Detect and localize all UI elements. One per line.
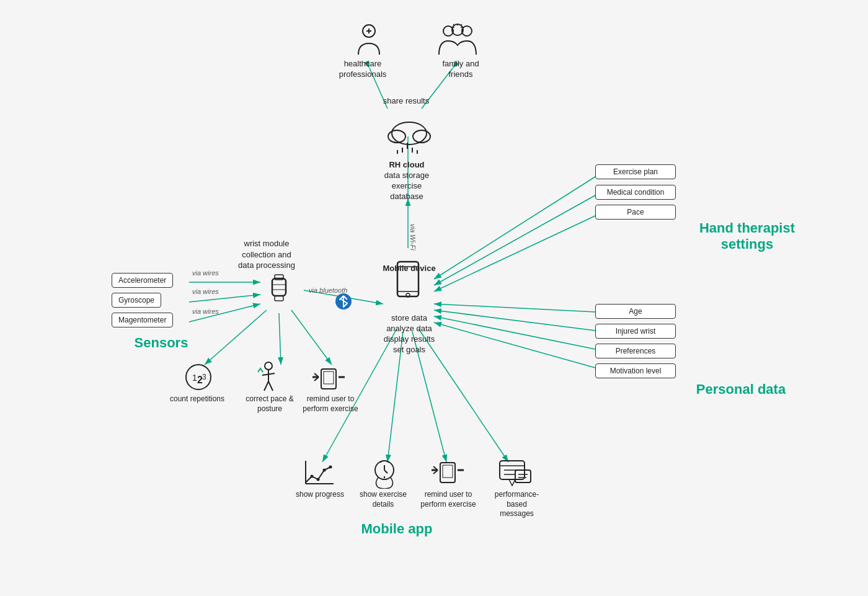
svg-rect-41 — [397, 150, 398, 154]
mobile-device-sublabel: store dataanalyze datadisplay resultsset… — [372, 313, 446, 355]
performance-msg-label: performance-basedmessages — [487, 490, 546, 519]
remind-mobile-label: remind user toperform exercise — [420, 490, 476, 509]
svg-line-3 — [189, 295, 260, 302]
exercise-details-icon — [366, 458, 403, 491]
exercise-details-label: show exercisedetails — [358, 490, 408, 509]
via-wires-1: via wires — [192, 269, 219, 277]
sensors-title: Sensors — [112, 335, 211, 351]
remind-mobile-icon — [429, 458, 466, 491]
remind-wrist-icon — [307, 360, 350, 396]
count-reps-icon: 1 2 3 — [174, 360, 223, 396]
svg-rect-47 — [272, 278, 286, 296]
pace-posture-icon — [247, 360, 290, 396]
svg-line-61 — [264, 381, 268, 391]
wrist-module-sublabel: collection anddata processing — [229, 250, 304, 271]
mobile-device-label: Mobile device — [372, 264, 446, 274]
svg-line-17 — [434, 177, 595, 279]
preferences-box: Preferences — [595, 344, 676, 358]
svg-marker-92 — [509, 479, 515, 486]
via-wires-3: via wires — [192, 308, 219, 315]
medical-condition-box: Medical condition — [595, 185, 676, 200]
svg-point-71 — [322, 469, 326, 472]
performance-msg-icon — [495, 458, 535, 491]
svg-line-22 — [434, 316, 595, 349]
injured-wrist-box: Injured wrist — [595, 324, 676, 339]
svg-line-62 — [268, 381, 273, 391]
svg-line-77 — [384, 470, 388, 473]
svg-point-58 — [265, 362, 272, 370]
healthcare-label: healthcare professionals — [335, 59, 391, 80]
svg-line-20 — [434, 304, 595, 312]
show-progress-label: show progress — [295, 490, 345, 500]
family-label: family and friends — [433, 59, 489, 80]
diagram-container: healthcare professionals family and frie… — [0, 0, 868, 596]
bluetooth-icon — [335, 293, 352, 313]
svg-line-19 — [434, 216, 595, 291]
svg-line-23 — [434, 322, 595, 368]
svg-rect-39 — [402, 148, 403, 153]
svg-rect-38 — [407, 143, 408, 149]
mobile-app-title: Mobile app — [335, 521, 459, 537]
rh-cloud-label: RH clouddata storageexercise database — [376, 160, 438, 202]
pace-posture-label: correct pace &posture — [242, 394, 298, 414]
svg-point-70 — [316, 478, 319, 481]
count-reps-label: count repetitions — [166, 394, 228, 404]
svg-line-12 — [291, 310, 332, 365]
wrist-module-icon — [260, 270, 298, 313]
svg-rect-93 — [515, 470, 531, 483]
age-box: Age — [595, 304, 676, 319]
svg-rect-64 — [324, 371, 334, 384]
personal-data-title: Personal data — [679, 381, 803, 398]
accelerometer-box: Accelerometer — [112, 273, 173, 288]
magentometer-box: Magentometer — [112, 313, 173, 327]
hand-therapist-title: Hand therapistsettings — [676, 220, 818, 253]
svg-rect-42 — [417, 150, 418, 154]
healthcare-icon — [347, 24, 391, 60]
svg-rect-40 — [412, 148, 413, 153]
svg-line-18 — [434, 195, 595, 285]
rh-cloud-icon — [378, 118, 440, 158]
svg-line-21 — [434, 310, 595, 331]
svg-line-10 — [205, 310, 267, 365]
family-icon — [433, 24, 482, 60]
share-results-label: share results — [369, 96, 443, 107]
svg-point-35 — [392, 122, 427, 145]
via-wires-2: via wires — [192, 288, 219, 295]
pace-box: Pace — [595, 205, 676, 220]
svg-rect-83 — [443, 465, 453, 478]
svg-text:1: 1 — [192, 373, 197, 383]
wrist-module-label: wrist module — [229, 239, 304, 249]
svg-text:3: 3 — [202, 373, 206, 381]
svg-line-11 — [279, 313, 281, 365]
gyroscope-box: Gyroscope — [112, 293, 161, 308]
exercise-plan-box: Exercise plan — [595, 164, 676, 179]
remind-wrist-label: remind user toperform exercise — [299, 394, 361, 414]
svg-point-72 — [329, 466, 332, 469]
motivation-level-box: Motivation level — [595, 363, 676, 378]
svg-point-69 — [310, 475, 313, 478]
via-wifi-label: via Wi-Fi — [409, 224, 417, 251]
show-progress-icon — [298, 458, 341, 491]
